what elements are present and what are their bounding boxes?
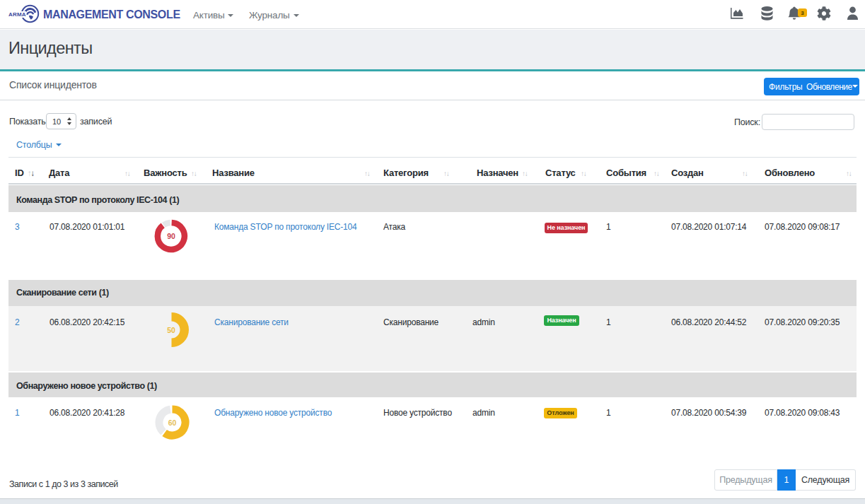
svg-text:90: 90 (167, 232, 175, 240)
svg-text:60: 60 (168, 418, 177, 427)
svg-text:50: 50 (167, 326, 175, 334)
